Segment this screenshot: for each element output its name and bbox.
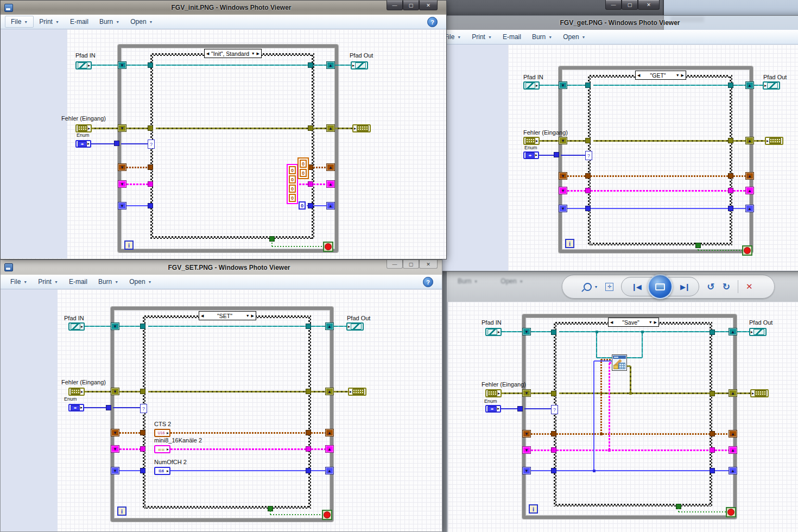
shift-register-left: ▼	[118, 180, 126, 188]
stop-icon	[325, 243, 332, 250]
case-dropdown-icon[interactable]: ▼	[250, 52, 257, 55]
slideshow-button[interactable]	[648, 274, 673, 299]
shift-register-left: ▼	[559, 205, 567, 212]
diagram-label: Pfad IN	[482, 319, 502, 326]
tunnel-enum	[106, 405, 111, 410]
lv-wire-teal	[92, 65, 118, 66]
close-icon[interactable]: ✕	[419, 260, 438, 269]
case-prev-icon[interactable]: ◀	[205, 52, 211, 56]
case-prev-icon[interactable]: ◀	[609, 320, 615, 325]
case-selector-label[interactable]: ◀"Save"▼▶	[608, 318, 659, 327]
close-icon[interactable]: ✕	[638, 0, 660, 10]
case-dropdown-icon[interactable]: ▼	[244, 314, 251, 318]
maximize-icon[interactable]: ▢	[403, 1, 419, 10]
lv-wire-teal	[334, 326, 346, 327]
shift-register-left: ▼	[522, 389, 531, 397]
previous-button[interactable]: ❙◀	[625, 283, 647, 291]
toolbar-divider	[738, 280, 738, 293]
lv-wire-pink	[591, 190, 728, 192]
case-selector-label[interactable]: ◀"SET"▼▶	[199, 311, 256, 320]
actual-size-button[interactable]: ✛	[605, 283, 613, 291]
maximize-icon[interactable]: ▢	[622, 0, 638, 10]
shift-register-left: ▼	[522, 467, 531, 474]
help-button[interactable]: ?	[427, 17, 438, 27]
tunnel-blue	[148, 203, 153, 208]
lv-wire-teal	[313, 65, 326, 66]
chevron-down-icon: ▼	[24, 20, 28, 24]
case-selector-terminal: ?	[140, 404, 147, 413]
title-bar[interactable]: FGV_SET.PNG - Windows Photo Viewer	[1, 260, 442, 275]
wire-junction	[593, 470, 596, 472]
chevron-down-icon: ▼	[115, 280, 118, 284]
case-next-icon[interactable]: ▶	[257, 52, 261, 56]
rotate-ccw-button[interactable]: ↺	[707, 281, 714, 293]
menu-bar: File▼ Print▼ E-mail Burn▼ Open▼ ?	[1, 275, 442, 289]
menu-item-email[interactable]: E-mail	[65, 15, 94, 29]
minimize-icon[interactable]: —	[605, 0, 622, 10]
shift-register-right: ▲	[325, 445, 334, 453]
help-button[interactable]: ?	[423, 277, 433, 287]
shift-register-right: ▲	[745, 205, 754, 212]
chevron-down-icon: ▼	[582, 35, 586, 39]
rotate-cw-button[interactable]: ↻	[723, 281, 730, 293]
lv-wire-enum	[113, 407, 140, 408]
menu-item-email[interactable]: E-mail	[497, 30, 527, 44]
title-bar[interactable]: FGV_init.PNG - Windows Photo Viewer	[1, 1, 446, 15]
lv-wire-pink	[126, 183, 148, 185]
next-button[interactable]: ▶❙	[674, 283, 695, 291]
window-set-image-area: ◀"SET"▼▶Pfad INFehler (Eingang)EnumPfad …	[1, 289, 442, 531]
lv-wire-orange	[170, 432, 306, 434]
navigation-group: ❙◀ ▶❙	[621, 277, 699, 296]
case-selector-label[interactable]: ◀"GET"▼▶	[635, 71, 686, 80]
case-next-icon[interactable]: ▶	[654, 320, 658, 325]
menu-item-file[interactable]: File▼	[5, 275, 33, 289]
tunnel-orange	[148, 164, 153, 170]
lv-wire-green	[679, 511, 726, 512]
menu-item-email[interactable]: E-mail	[64, 275, 93, 289]
tunnel-teal	[140, 324, 145, 329]
window-title: FGV_get.PNG - Windows Photo Viewer	[432, 20, 798, 26]
menu-item-burn[interactable]: Burn▼	[527, 30, 558, 44]
case-structure-border	[143, 506, 311, 509]
lv-wire-teal	[737, 331, 749, 332]
lv-wire-olive	[126, 128, 150, 129]
menu-item-print[interactable]: Print▼	[34, 15, 65, 29]
case-next-icon[interactable]: ▶	[681, 73, 686, 78]
menu-item-open[interactable]: Open▼	[124, 275, 157, 289]
delete-button[interactable]: ✕	[746, 282, 753, 292]
title-bar[interactable]: FGV_get.PNG - Windows Photo Viewer	[416, 16, 798, 30]
diagram-label: Enum	[64, 396, 77, 402]
diagram-label: Fehler (Eingang)	[523, 129, 568, 136]
shift-register-right: ▲	[326, 124, 335, 132]
lv-wire-teal	[311, 326, 325, 327]
case-selector-label[interactable]: ◀"Init", Standard▼▶	[204, 49, 262, 58]
minimize-icon[interactable]: —	[387, 260, 403, 269]
window-get-image-area: ◀"GET"▼▶Pfad INFehler (Eingang)EnumPfad …	[416, 45, 798, 271]
case-prev-icon[interactable]: ◀	[199, 314, 205, 318]
menu-item-print[interactable]: Print▼	[33, 275, 64, 289]
diagram-label: Pfad Out	[763, 74, 787, 80]
viewer-background	[1, 29, 67, 258]
menu-item-open[interactable]: Open▼	[125, 15, 158, 29]
menu-item-file[interactable]: File▼	[5, 16, 34, 28]
case-next-icon[interactable]: ▶	[251, 314, 256, 318]
menu-item-burn[interactable]: Burn▼	[94, 15, 125, 29]
tunnel-olive	[306, 389, 311, 394]
case-prev-icon[interactable]: ◀	[636, 73, 642, 78]
maximize-icon[interactable]: ▢	[403, 260, 419, 269]
menu-item-open[interactable]: Open▼	[558, 30, 591, 44]
lv-wire-green	[270, 514, 322, 515]
case-dropdown-icon[interactable]: ▼	[674, 73, 681, 77]
menu-item-print[interactable]: Print▼	[466, 30, 497, 44]
close-icon[interactable]: ✕	[419, 1, 438, 10]
case-dropdown-icon[interactable]: ▼	[647, 320, 654, 324]
tunnel-pink	[148, 181, 153, 187]
minimize-icon[interactable]: —	[387, 1, 403, 10]
shift-register-right: ▲	[729, 430, 737, 438]
zoom-button[interactable]: ▼	[584, 283, 598, 291]
lv-wire-enum	[501, 408, 518, 409]
numeric-constant: 0	[299, 201, 306, 210]
terminal-errout: ▸	[352, 124, 371, 132]
terminal-errin: ▸	[75, 124, 92, 132]
menu-item-burn[interactable]: Burn▼	[93, 275, 124, 289]
